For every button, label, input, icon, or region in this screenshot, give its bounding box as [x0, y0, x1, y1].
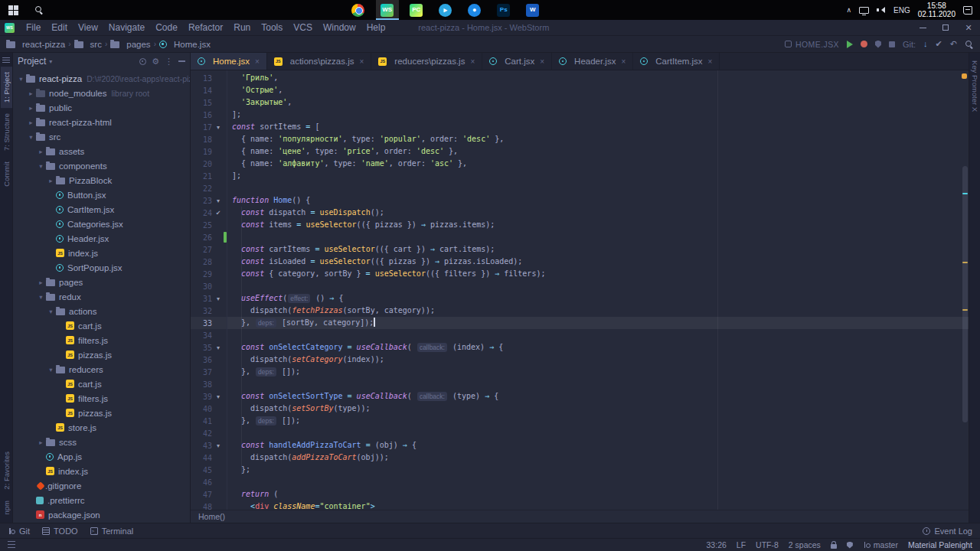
tool-button-git[interactable]: Git: [8, 527, 30, 536]
code-line[interactable]: dispatch(fetchPizzas(sortBy, category));: [227, 305, 969, 317]
tree-item-src[interactable]: ▾src: [13, 129, 190, 144]
scrollbar-thumb[interactable]: [962, 166, 968, 422]
breadcrumb-item-src[interactable]: src: [74, 40, 102, 49]
tool-button-event-log[interactable]: Event Log: [923, 527, 972, 536]
code-line[interactable]: [227, 378, 969, 390]
gutter-line[interactable]: 15: [191, 96, 227, 109]
code-line[interactable]: };: [227, 464, 969, 476]
tab-close-icon[interactable]: ×: [360, 57, 364, 66]
minimize-button[interactable]: [911, 20, 934, 35]
gutter-line[interactable]: 16: [191, 109, 227, 121]
tree-item-public[interactable]: ▸public: [13, 100, 190, 115]
tree-item-cartitem-jsx[interactable]: CartItem.jsx: [13, 202, 190, 217]
gutter-line[interactable]: 30: [191, 280, 227, 292]
gutter-line[interactable]: 28: [191, 256, 227, 268]
tab-close-icon[interactable]: ×: [540, 57, 544, 66]
gutter-line[interactable]: 26: [191, 231, 227, 243]
gutter-line[interactable]: 36: [191, 354, 227, 366]
code-line[interactable]: [227, 476, 969, 488]
code-line[interactable]: [227, 231, 969, 243]
code-line[interactable]: const items = useSelector(({ pizzas }) ⇒…: [227, 219, 969, 231]
menu-view[interactable]: View: [73, 20, 103, 35]
gutter-line[interactable]: 31▾: [191, 292, 227, 305]
gutter-line[interactable]: 42: [191, 427, 227, 439]
tree-item-pizzas-js[interactable]: pizzas.js: [13, 406, 190, 420]
tree-item-categories-jsx[interactable]: Categories.jsx: [13, 217, 190, 231]
code-line[interactable]: const { category, sortBy } = useSelector…: [227, 268, 969, 280]
chevron-right-icon[interactable]: ▸: [36, 439, 46, 446]
code-line[interactable]: [227, 182, 969, 194]
tool-button-1-project[interactable]: 1: Project: [1, 67, 12, 108]
menu-file[interactable]: File: [21, 20, 46, 35]
line-separator[interactable]: LF: [737, 540, 746, 549]
code-line[interactable]: const dispatch = useDispatch();: [227, 207, 969, 219]
settings-gear-icon[interactable]: ⚙: [152, 57, 159, 66]
tree-item-button-jsx[interactable]: Button.jsx: [13, 187, 190, 202]
gutter-line[interactable]: 46: [191, 476, 227, 488]
menu-navigate[interactable]: Navigate: [103, 20, 150, 35]
code-line[interactable]: }, deps: []);: [227, 366, 969, 378]
code-line[interactable]: { name: 'цене', type: 'price', order: 'd…: [227, 145, 969, 158]
gutter-line[interactable]: 18: [191, 133, 227, 145]
chevron-down-icon[interactable]: ▾: [36, 293, 46, 301]
file-encoding[interactable]: UTF-8: [756, 540, 779, 549]
gutter-line[interactable]: 35▾: [191, 341, 227, 354]
gutter-line[interactable]: 25: [191, 219, 227, 231]
tab-header-jsx[interactable]: Header.jsx×: [552, 53, 633, 70]
tree-item-cart-js[interactable]: cart.js: [13, 377, 190, 391]
maximize-button[interactable]: [934, 20, 957, 35]
chevron-right-icon[interactable]: ▸: [26, 119, 36, 126]
tree-item-scss[interactable]: ▸scss: [13, 435, 190, 449]
code-line[interactable]: function Home() {: [227, 194, 969, 207]
gutter-line[interactable]: 13: [191, 72, 227, 84]
debug-button[interactable]: [861, 41, 867, 47]
tool-button-7-structure[interactable]: 7: Structure: [1, 108, 12, 156]
tool-button-terminal[interactable]: Terminal: [90, 527, 134, 536]
gutter-line[interactable]: 24✔: [191, 207, 227, 219]
git-rollback-icon[interactable]: ↶: [950, 40, 957, 48]
menu-tools[interactable]: Tools: [256, 20, 288, 35]
code-line[interactable]: }, deps: []);: [227, 415, 969, 427]
gutter-line[interactable]: 21: [191, 170, 227, 182]
chevron-down-icon[interactable]: ▾: [46, 308, 56, 315]
chevron-right-icon[interactable]: ▸: [36, 148, 46, 155]
tree-item-header-jsx[interactable]: Header.jsx: [13, 231, 190, 246]
tool-button-todo[interactable]: TODO: [42, 527, 78, 536]
tree-item-package-json[interactable]: package.json: [13, 507, 190, 522]
tree-item-filters-js[interactable]: filters.js: [13, 391, 190, 406]
tab-cart-jsx[interactable]: Cart.jsx×: [482, 53, 552, 70]
code-line[interactable]: const isLoaded = useSelector(({ pizzas }…: [227, 256, 969, 268]
code-line[interactable]: dispatch(setSortBy(type));: [227, 403, 969, 415]
taskbar-clock[interactable]: 15:58 02.11.2020: [918, 2, 956, 18]
fold-icon[interactable]: ▾: [212, 344, 224, 351]
hide-panel-icon[interactable]: [178, 60, 185, 62]
readonly-lock-icon[interactable]: [831, 544, 837, 549]
chevron-down-icon[interactable]: ▾: [36, 162, 46, 170]
code-line[interactable]: const onSelectSortType = useCallback( ca…: [227, 390, 969, 403]
tree-item-pizzas-js[interactable]: pizzas.js: [13, 347, 190, 362]
code-line[interactable]: const handleAddPizzaToCart = (obj) ⇒ {: [227, 439, 969, 452]
tree-item-index-js[interactable]: index.js: [13, 246, 190, 260]
menu-vcs[interactable]: VCS: [288, 20, 318, 35]
tree-item-pages[interactable]: ▸pages: [13, 275, 190, 289]
inspections-hector-icon[interactable]: [847, 542, 853, 549]
tray-expand-icon[interactable]: ∧: [846, 6, 851, 14]
code-line[interactable]: useEffect(effect: () ⇒ {: [227, 292, 969, 305]
code-line[interactable]: [227, 329, 969, 341]
gutter-line[interactable]: 20: [191, 158, 227, 170]
gutter-line[interactable]: 32: [191, 305, 227, 317]
chevron-right-icon[interactable]: ▸: [26, 104, 36, 112]
stop-button[interactable]: [889, 41, 895, 47]
stripe-menu-icon[interactable]: [2, 57, 10, 64]
code-line[interactable]: { name: 'алфавиту', type: 'name', order:…: [227, 158, 969, 170]
tree-item-pizzablock[interactable]: ▸PizzaBlock: [13, 173, 190, 187]
gutter-line[interactable]: 33: [191, 317, 227, 329]
language-indicator[interactable]: ENG: [893, 6, 910, 15]
gutter-line[interactable]: 29: [191, 268, 227, 280]
code-line[interactable]: { name: 'популярности', type: 'popular',…: [227, 133, 969, 145]
fold-icon[interactable]: ▾: [212, 197, 224, 204]
locate-file-icon[interactable]: [139, 58, 146, 65]
chevron-down-icon[interactable]: ▾: [16, 75, 26, 83]
inspections-widget-icon[interactable]: [962, 73, 967, 79]
coverage-button[interactable]: [875, 41, 881, 48]
